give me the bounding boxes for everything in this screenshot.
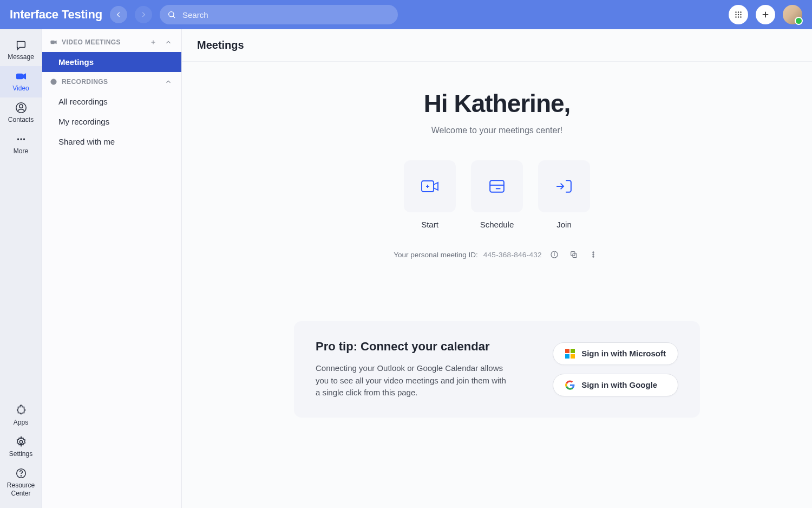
start-video-icon xyxy=(421,178,439,194)
rail-label: Settings xyxy=(9,450,32,458)
svg-point-7 xyxy=(740,14,741,15)
page-title: Meetings xyxy=(197,39,797,51)
svg-point-9 xyxy=(738,16,739,17)
button-label: Sign in with Microsoft xyxy=(581,349,666,358)
tip-title: Pro tip: Connect your calendar xyxy=(316,340,531,354)
subnav-section-recordings[interactable]: RECORDINGS xyxy=(42,72,181,92)
dialpad-icon xyxy=(734,10,743,19)
subnav-section-video-meetings[interactable]: VIDEO MEETINGS xyxy=(42,32,181,52)
join-icon xyxy=(555,178,573,194)
svg-point-10 xyxy=(740,16,741,17)
subnav-item-all-recordings[interactable]: All recordings xyxy=(42,92,181,112)
calendar-icon xyxy=(488,178,506,194)
chevron-up-icon xyxy=(165,78,172,86)
chat-icon xyxy=(15,39,27,51)
subnav-section-label: VIDEO MEETINGS xyxy=(62,38,121,46)
subnav-item-shared-with-me[interactable]: Shared with me xyxy=(42,132,181,152)
pmi-info-button[interactable] xyxy=(547,248,561,262)
search-icon xyxy=(167,10,176,19)
plus-icon xyxy=(761,10,770,19)
svg-rect-33 xyxy=(490,180,504,192)
pmi-more-button[interactable] xyxy=(586,248,600,262)
svg-point-44 xyxy=(593,256,594,257)
nav-back-button[interactable] xyxy=(110,6,127,23)
rail-item-apps[interactable]: Apps xyxy=(0,400,42,432)
pmi-label: Your personal meeting ID: xyxy=(394,251,478,259)
subnav-item-my-recordings[interactable]: My recordings xyxy=(42,112,181,132)
svg-point-15 xyxy=(19,105,22,108)
help-icon xyxy=(15,467,27,479)
start-meeting-button[interactable]: Start xyxy=(404,160,456,229)
collapse-recordings[interactable] xyxy=(163,76,174,87)
pmi-value: 445-368-846-432 xyxy=(483,251,542,259)
svg-point-19 xyxy=(23,138,24,140)
chevron-right-icon xyxy=(140,11,147,18)
plus-icon xyxy=(149,38,157,46)
rail-item-message[interactable]: Message xyxy=(0,35,42,66)
svg-point-42 xyxy=(593,252,594,253)
svg-rect-23 xyxy=(51,41,55,44)
rail-label: Resource Center xyxy=(0,481,42,497)
rail-item-more[interactable]: More xyxy=(0,129,42,160)
action-label: Join xyxy=(556,220,572,229)
greeting: Hi Katherine, xyxy=(424,89,571,118)
svg-point-17 xyxy=(17,138,18,140)
svg-marker-32 xyxy=(434,183,438,190)
search-field[interactable] xyxy=(160,5,398,24)
gear-icon xyxy=(15,436,27,448)
rail-label: More xyxy=(14,147,28,155)
svg-point-5 xyxy=(735,14,736,15)
more-icon xyxy=(15,133,27,145)
svg-point-8 xyxy=(735,16,736,17)
dialpad-button[interactable] xyxy=(729,5,748,24)
pmi-copy-button[interactable] xyxy=(567,248,581,262)
svg-point-0 xyxy=(169,12,174,17)
copy-icon xyxy=(569,250,578,259)
svg-point-43 xyxy=(593,254,594,255)
subnav-item-meetings[interactable]: Meetings xyxy=(42,52,181,72)
calendar-tip-card: Pro tip: Connect your calendar Connectin… xyxy=(294,321,700,418)
main-content: Meetings Hi Katherine, Welcome to your m… xyxy=(182,29,812,508)
welcome-text: Welcome to your meetings center! xyxy=(431,126,562,135)
page-header: Meetings xyxy=(182,29,812,62)
svg-point-6 xyxy=(738,14,739,15)
sign-in-microsoft-button[interactable]: Sign in with Microsoft xyxy=(553,342,678,365)
user-avatar[interactable] xyxy=(783,5,802,24)
sign-in-google-button[interactable]: Sign in with Google xyxy=(553,374,678,396)
svg-rect-13 xyxy=(16,74,22,79)
new-button[interactable] xyxy=(756,5,775,24)
rail-item-resource-center[interactable]: Resource Center xyxy=(0,463,42,503)
nav-forward-button xyxy=(135,6,152,23)
button-label: Sign in with Google xyxy=(581,380,657,389)
rail-label: Video xyxy=(12,84,29,92)
svg-point-20 xyxy=(19,440,23,444)
svg-point-2 xyxy=(735,11,736,12)
rail-item-video[interactable]: Video xyxy=(0,66,42,97)
collapse-video-meetings[interactable] xyxy=(163,37,174,48)
info-icon xyxy=(550,250,559,259)
rail-label: Message xyxy=(8,53,34,61)
svg-point-4 xyxy=(740,11,741,12)
svg-point-18 xyxy=(20,138,22,140)
personal-meeting-id-row: Your personal meeting ID: 445-368-846-43… xyxy=(394,248,600,262)
left-rail: Message Video Contacts More Apps Setting… xyxy=(0,29,42,508)
join-meeting-button[interactable]: Join xyxy=(538,160,590,229)
more-vertical-icon xyxy=(589,250,598,259)
rail-item-settings[interactable]: Settings xyxy=(0,432,42,463)
user-icon xyxy=(15,102,27,114)
rail-label: Contacts xyxy=(8,116,34,123)
action-label: Schedule xyxy=(480,220,514,229)
add-meeting-button[interactable] xyxy=(148,37,159,48)
search-input[interactable] xyxy=(181,10,390,20)
quick-actions: Start Schedule Join xyxy=(404,160,590,229)
subnav: VIDEO MEETINGS Meetings RECORDINGS All r… xyxy=(42,29,182,508)
rail-item-contacts[interactable]: Contacts xyxy=(0,97,42,129)
puzzle-icon xyxy=(15,405,27,416)
svg-point-39 xyxy=(554,253,554,253)
play-circle-icon xyxy=(50,78,57,86)
schedule-meeting-button[interactable]: Schedule xyxy=(471,160,523,229)
rail-label: Apps xyxy=(14,419,28,426)
svg-marker-24 xyxy=(55,41,57,44)
subnav-section-label: RECORDINGS xyxy=(62,78,108,86)
top-bar: Interface Testing xyxy=(0,0,812,29)
